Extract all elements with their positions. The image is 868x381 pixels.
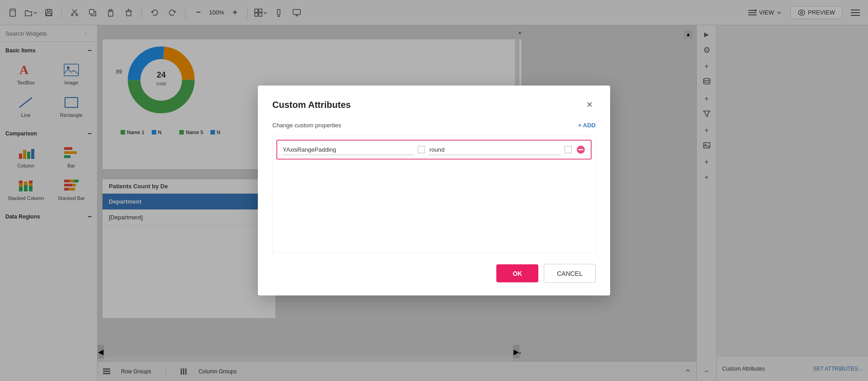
modal-title: Custom Attributes: [272, 99, 351, 110]
attribute-value-checkbox[interactable]: [565, 146, 572, 153]
attribute-row: [276, 140, 592, 160]
modal-footer: OK CANCEL: [272, 264, 596, 283]
delete-attribute-button[interactable]: [575, 144, 586, 155]
attribute-value-input[interactable]: [429, 144, 561, 155]
attribute-name-input[interactable]: [282, 144, 414, 155]
ok-button[interactable]: OK: [496, 265, 538, 283]
custom-attributes-modal: Custom Attributes ✕ Change custom proper…: [258, 86, 610, 296]
modal-header: Custom Attributes ✕: [272, 98, 596, 111]
add-attribute-button[interactable]: + ADD: [578, 122, 596, 129]
cancel-button[interactable]: CANCEL: [544, 264, 596, 283]
attribute-name-checkbox[interactable]: [418, 146, 425, 153]
modal-subheader: Change custom properties + ADD: [272, 122, 596, 129]
modal-content-area: [272, 136, 596, 253]
modal-close-button[interactable]: ✕: [583, 98, 596, 111]
modal-subtitle: Change custom properties: [272, 122, 341, 129]
